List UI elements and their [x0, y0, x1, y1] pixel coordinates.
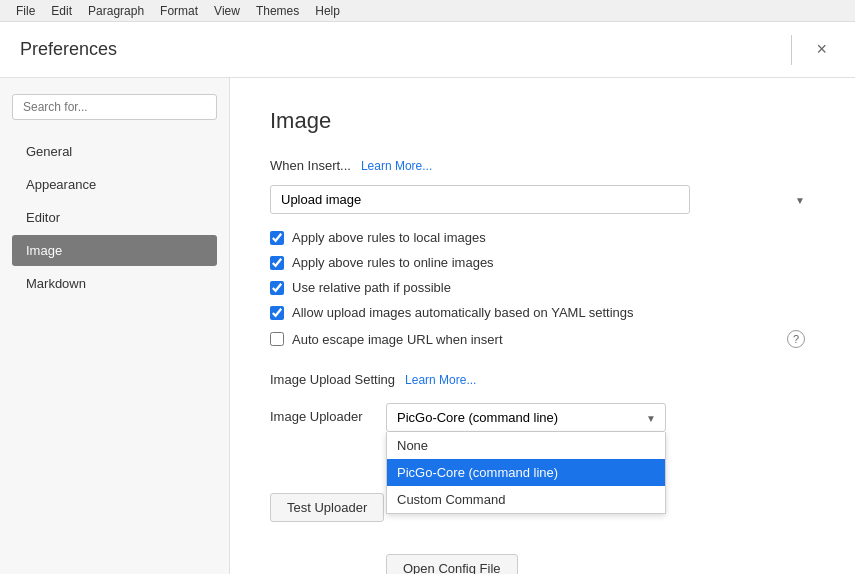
main-layout: General Appearance Editor Image Markdown… — [0, 78, 855, 574]
menu-format[interactable]: Format — [152, 2, 206, 20]
titlebar-divider — [791, 35, 792, 65]
menu-themes[interactable]: Themes — [248, 2, 307, 20]
uploader-right: PicGo-Core (command line) None Custom Co… — [386, 403, 666, 574]
open-config-button[interactable]: Open Config File — [386, 554, 518, 574]
sidebar-item-general[interactable]: General — [12, 136, 217, 167]
titlebar: Preferences × — [0, 22, 855, 78]
uploader-option-none[interactable]: None — [387, 432, 665, 459]
sidebar-item-appearance[interactable]: Appearance — [12, 169, 217, 200]
menu-view[interactable]: View — [206, 2, 248, 20]
when-insert-learn-more[interactable]: Learn More... — [361, 159, 432, 173]
menu-help[interactable]: Help — [307, 2, 348, 20]
dialog-title: Preferences — [20, 39, 117, 60]
menubar: File Edit Paragraph Format View Themes H… — [0, 0, 855, 22]
when-insert-header: When Insert... Learn More... — [270, 158, 815, 173]
menu-paragraph[interactable]: Paragraph — [80, 2, 152, 20]
sidebar: General Appearance Editor Image Markdown — [0, 78, 230, 574]
apply-online-label: Apply above rules to online images — [292, 255, 494, 270]
upload-mode-dropdown-wrapper: Upload image Copy image to folder None ▼ — [270, 185, 815, 214]
upload-mode-dropdown[interactable]: Upload image Copy image to folder None — [270, 185, 690, 214]
uploader-dropdown-list: None PicGo-Core (command line) Custom Co… — [386, 432, 666, 514]
uploader-select[interactable]: PicGo-Core (command line) None Custom Co… — [386, 403, 666, 432]
checkbox-apply-online-row: Apply above rules to online images — [270, 255, 815, 270]
content-area: Image When Insert... Learn More... Uploa… — [230, 78, 855, 574]
sidebar-item-image[interactable]: Image — [12, 235, 217, 266]
apply-local-checkbox[interactable] — [270, 231, 284, 245]
uploader-option-custom[interactable]: Custom Command — [387, 486, 665, 513]
page-title: Image — [270, 108, 815, 134]
sidebar-item-markdown[interactable]: Markdown — [12, 268, 217, 299]
menu-file[interactable]: File — [8, 2, 43, 20]
auto-escape-checkbox[interactable] — [270, 332, 284, 346]
dropdown-arrow-icon: ▼ — [795, 194, 805, 205]
test-uploader-button[interactable]: Test Uploader — [270, 493, 384, 522]
search-input[interactable] — [12, 94, 217, 120]
uploader-option-picgo[interactable]: PicGo-Core (command line) — [387, 459, 665, 486]
when-insert-label: When Insert... — [270, 158, 351, 173]
help-icon[interactable]: ? — [787, 330, 805, 348]
checkbox-relative-path-row: Use relative path if possible — [270, 280, 815, 295]
yaml-upload-checkbox[interactable] — [270, 306, 284, 320]
relative-path-label: Use relative path if possible — [292, 280, 451, 295]
sidebar-item-editor[interactable]: Editor — [12, 202, 217, 233]
checkbox-yaml-upload-row: Allow upload images automatically based … — [270, 305, 815, 320]
checkbox-auto-escape-row: Auto escape image URL when insert ? — [270, 330, 815, 348]
upload-setting-learn-more[interactable]: Learn More... — [405, 373, 476, 387]
yaml-upload-label: Allow upload images automatically based … — [292, 305, 634, 320]
upload-setting-header: Image Upload Setting Learn More... — [270, 372, 815, 387]
apply-online-checkbox[interactable] — [270, 256, 284, 270]
relative-path-checkbox[interactable] — [270, 281, 284, 295]
checkbox-apply-local-row: Apply above rules to local images — [270, 230, 815, 245]
upload-setting-label: Image Upload Setting — [270, 372, 395, 387]
apply-local-label: Apply above rules to local images — [292, 230, 486, 245]
uploader-dropdown-wrapper: PicGo-Core (command line) None Custom Co… — [386, 403, 666, 432]
auto-escape-label: Auto escape image URL when insert — [292, 332, 503, 347]
close-button[interactable]: × — [808, 35, 835, 64]
uploader-label: Image Uploader — [270, 403, 370, 424]
menu-edit[interactable]: Edit — [43, 2, 80, 20]
upload-setting-section: Image Upload Setting Learn More... Image… — [270, 372, 815, 522]
